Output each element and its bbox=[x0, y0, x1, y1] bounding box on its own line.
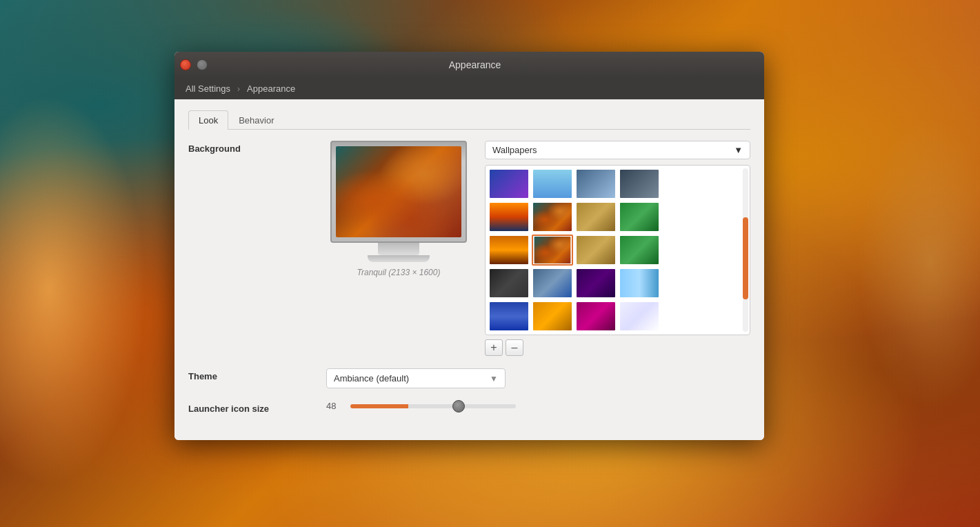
titlebar: Appearance bbox=[174, 52, 764, 78]
wallpaper-dropdown[interactable]: Wallpapers ▼ bbox=[485, 141, 750, 159]
launcher-icon-size-row: Launcher icon size 48 bbox=[188, 401, 750, 414]
monitor-base bbox=[368, 255, 430, 262]
grid-buttons: + – bbox=[485, 339, 750, 356]
list-item[interactable] bbox=[532, 235, 573, 266]
list-item[interactable] bbox=[532, 301, 573, 332]
window-title: Appearance bbox=[213, 59, 737, 70]
list-item[interactable] bbox=[619, 168, 660, 199]
content-area: Look Behavior Background Tranquil (2133 … bbox=[174, 99, 764, 440]
breadcrumb-appearance[interactable]: Appearance bbox=[243, 82, 299, 95]
list-item[interactable] bbox=[575, 301, 617, 332]
wallpaper-grid-container bbox=[485, 165, 750, 335]
monitor-preview: Tranquil (2133 × 1600) bbox=[326, 141, 471, 356]
monitor-stand bbox=[378, 243, 419, 255]
scrollbar-thumb[interactable] bbox=[743, 217, 748, 299]
tab-behavior[interactable]: Behavior bbox=[228, 110, 284, 130]
list-item[interactable] bbox=[619, 235, 660, 266]
minimize-button[interactable] bbox=[197, 59, 208, 70]
launcher-icon-size-label: Launcher icon size bbox=[188, 401, 326, 414]
list-item[interactable] bbox=[575, 235, 617, 266]
list-item[interactable] bbox=[532, 168, 573, 199]
launcher-icon-size-slider[interactable] bbox=[350, 404, 516, 408]
scrollbar-track[interactable] bbox=[743, 168, 748, 332]
list-item[interactable] bbox=[488, 201, 530, 232]
theme-dropdown-value: Ambiance (default) bbox=[334, 373, 409, 384]
list-item[interactable] bbox=[575, 268, 617, 299]
list-item[interactable] bbox=[619, 201, 660, 232]
background-label: Background bbox=[188, 141, 326, 154]
chevron-down-icon: ▼ bbox=[734, 145, 743, 155]
remove-wallpaper-button[interactable]: – bbox=[506, 339, 523, 356]
theme-dropdown[interactable]: Ambiance (default) ▼ bbox=[326, 368, 506, 388]
launcher-icon-size-content: 48 bbox=[326, 401, 750, 411]
slider-value: 48 bbox=[326, 401, 343, 411]
wallpaper-dropdown-value: Wallpapers bbox=[492, 145, 537, 155]
list-item[interactable] bbox=[488, 168, 530, 199]
monitor-frame bbox=[330, 141, 467, 243]
theme-label: Theme bbox=[188, 368, 326, 381]
tabs-bar: Look Behavior bbox=[188, 110, 750, 130]
wallpaper-grid bbox=[486, 166, 750, 335]
list-item[interactable] bbox=[619, 301, 660, 332]
wallpaper-panel: Wallpapers ▼ bbox=[485, 141, 750, 356]
background-row: Background Tranquil (2133 × 1600) Wallpa… bbox=[188, 141, 750, 356]
slider-row: 48 bbox=[326, 401, 750, 411]
theme-row: Theme Ambiance (default) ▼ bbox=[188, 368, 750, 388]
list-item[interactable] bbox=[575, 201, 617, 232]
breadcrumb-bar: All Settings › Appearance bbox=[174, 78, 764, 99]
theme-content: Ambiance (default) ▼ bbox=[326, 368, 750, 388]
list-item[interactable] bbox=[575, 168, 617, 199]
list-item[interactable] bbox=[488, 235, 530, 266]
list-item[interactable] bbox=[488, 301, 530, 332]
add-wallpaper-button[interactable]: + bbox=[485, 339, 503, 356]
list-item[interactable] bbox=[532, 201, 573, 232]
monitor-screen bbox=[336, 146, 461, 237]
appearance-window: Appearance All Settings › Appearance Loo… bbox=[174, 52, 764, 440]
background-content: Tranquil (2133 × 1600) Wallpapers ▼ bbox=[326, 141, 750, 356]
breadcrumb-separator: › bbox=[237, 84, 240, 94]
list-item[interactable] bbox=[488, 268, 530, 299]
chevron-down-icon: ▼ bbox=[490, 374, 498, 384]
list-item[interactable] bbox=[532, 268, 573, 299]
close-button[interactable] bbox=[180, 59, 191, 70]
list-item[interactable] bbox=[619, 268, 660, 299]
breadcrumb-all-settings[interactable]: All Settings bbox=[181, 82, 234, 95]
monitor-label: Tranquil (2133 × 1600) bbox=[357, 268, 441, 277]
tab-look[interactable]: Look bbox=[188, 110, 228, 130]
